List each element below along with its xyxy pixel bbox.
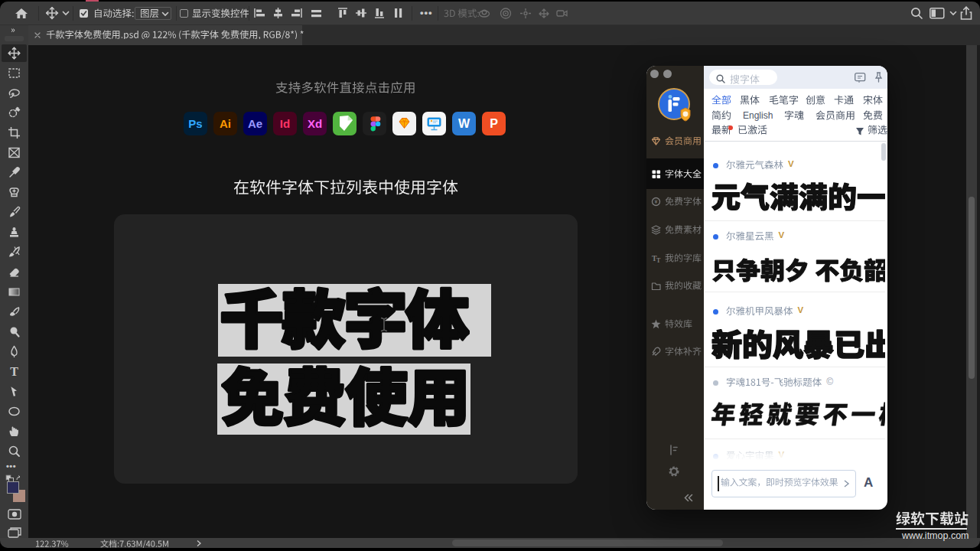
- svg-text:T: T: [656, 257, 661, 263]
- svg-text:T: T: [10, 365, 18, 378]
- svg-text:¥: ¥: [655, 199, 658, 204]
